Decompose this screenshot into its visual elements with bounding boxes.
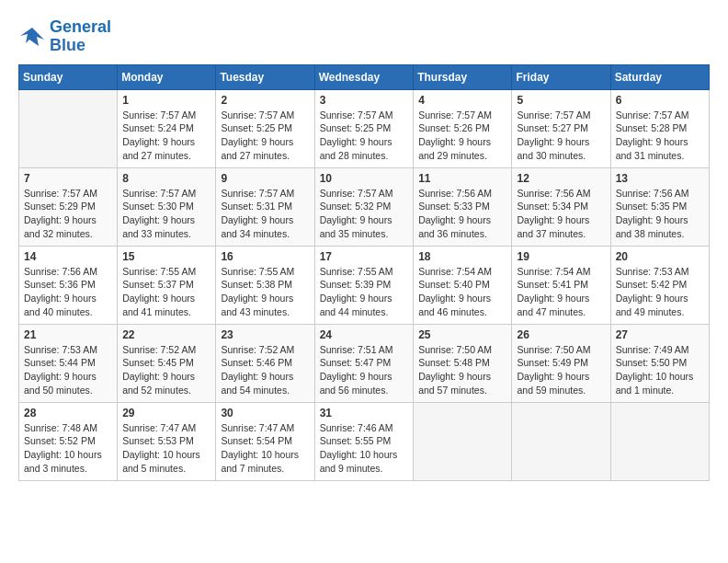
calendar-table: SundayMondayTuesdayWednesdayThursdayFrid… bbox=[18, 64, 710, 481]
calendar-day-cell bbox=[414, 402, 512, 480]
day-of-week-header: Monday bbox=[118, 64, 216, 89]
day-of-week-header: Sunday bbox=[19, 64, 118, 89]
calendar-day-cell: 23Sunrise: 7:52 AMSunset: 5:46 PMDayligh… bbox=[216, 324, 314, 402]
day-info: Sunrise: 7:53 AMSunset: 5:44 PMDaylight:… bbox=[24, 343, 112, 397]
calendar-day-cell: 25Sunrise: 7:50 AMSunset: 5:48 PMDayligh… bbox=[414, 324, 512, 402]
day-of-week-header: Wednesday bbox=[314, 64, 414, 89]
day-info: Sunrise: 7:56 AMSunset: 5:36 PMDaylight:… bbox=[24, 265, 112, 319]
day-number: 21 bbox=[24, 328, 112, 341]
day-number: 29 bbox=[122, 407, 210, 419]
day-info: Sunrise: 7:56 AMSunset: 5:33 PMDaylight:… bbox=[418, 187, 506, 241]
day-info: Sunrise: 7:52 AMSunset: 5:45 PMDaylight:… bbox=[122, 343, 210, 397]
calendar-day-cell: 22Sunrise: 7:52 AMSunset: 5:45 PMDayligh… bbox=[118, 324, 216, 402]
calendar-day-cell bbox=[512, 402, 610, 480]
calendar-day-cell bbox=[610, 402, 709, 480]
calendar-day-cell: 21Sunrise: 7:53 AMSunset: 5:44 PMDayligh… bbox=[19, 324, 118, 402]
day-number: 7 bbox=[24, 172, 112, 185]
calendar-day-cell: 9Sunrise: 7:57 AMSunset: 5:31 PMDaylight… bbox=[216, 167, 314, 246]
day-number: 30 bbox=[221, 407, 309, 419]
day-info: Sunrise: 7:55 AMSunset: 5:37 PMDaylight:… bbox=[122, 265, 210, 319]
calendar-day-cell: 31Sunrise: 7:46 AMSunset: 5:55 PMDayligh… bbox=[314, 402, 414, 480]
page-header: General Blue bbox=[18, 18, 710, 55]
calendar-day-cell: 2Sunrise: 7:57 AMSunset: 5:25 PMDaylight… bbox=[216, 89, 314, 167]
logo: General Blue bbox=[18, 18, 111, 55]
day-info: Sunrise: 7:46 AMSunset: 5:55 PMDaylight:… bbox=[320, 421, 409, 476]
day-number: 17 bbox=[320, 250, 409, 263]
calendar-day-cell: 16Sunrise: 7:55 AMSunset: 5:38 PMDayligh… bbox=[216, 246, 314, 324]
day-info: Sunrise: 7:52 AMSunset: 5:46 PMDaylight:… bbox=[221, 343, 309, 397]
day-info: Sunrise: 7:55 AMSunset: 5:38 PMDaylight:… bbox=[221, 265, 309, 319]
day-info: Sunrise: 7:55 AMSunset: 5:39 PMDaylight:… bbox=[320, 265, 409, 319]
day-number: 24 bbox=[320, 328, 409, 341]
day-info: Sunrise: 7:57 AMSunset: 5:31 PMDaylight:… bbox=[221, 187, 309, 241]
day-info: Sunrise: 7:47 AMSunset: 5:54 PMDaylight:… bbox=[221, 421, 309, 476]
calendar-week-row: 21Sunrise: 7:53 AMSunset: 5:44 PMDayligh… bbox=[19, 324, 710, 402]
calendar-day-cell: 30Sunrise: 7:47 AMSunset: 5:54 PMDayligh… bbox=[216, 402, 314, 480]
calendar-day-cell: 17Sunrise: 7:55 AMSunset: 5:39 PMDayligh… bbox=[314, 246, 414, 324]
day-info: Sunrise: 7:54 AMSunset: 5:40 PMDaylight:… bbox=[418, 265, 506, 319]
day-info: Sunrise: 7:50 AMSunset: 5:48 PMDaylight:… bbox=[418, 343, 506, 397]
calendar-day-cell: 13Sunrise: 7:56 AMSunset: 5:35 PMDayligh… bbox=[610, 167, 709, 246]
day-number: 12 bbox=[517, 172, 605, 185]
calendar-day-cell bbox=[19, 89, 118, 167]
calendar-day-cell: 12Sunrise: 7:56 AMSunset: 5:34 PMDayligh… bbox=[512, 167, 610, 246]
day-info: Sunrise: 7:57 AMSunset: 5:28 PMDaylight:… bbox=[616, 109, 704, 163]
day-number: 13 bbox=[616, 172, 704, 185]
day-number: 15 bbox=[122, 250, 210, 263]
day-number: 8 bbox=[122, 172, 210, 185]
day-number: 20 bbox=[616, 250, 704, 263]
day-info: Sunrise: 7:50 AMSunset: 5:49 PMDaylight:… bbox=[517, 343, 605, 397]
calendar-day-cell: 27Sunrise: 7:49 AMSunset: 5:50 PMDayligh… bbox=[610, 324, 709, 402]
day-number: 6 bbox=[616, 94, 704, 107]
calendar-header-row: SundayMondayTuesdayWednesdayThursdayFrid… bbox=[19, 64, 710, 89]
day-number: 16 bbox=[221, 250, 309, 263]
day-info: Sunrise: 7:56 AMSunset: 5:34 PMDaylight:… bbox=[517, 187, 605, 241]
day-info: Sunrise: 7:57 AMSunset: 5:25 PMDaylight:… bbox=[320, 109, 409, 163]
logo-text: General Blue bbox=[50, 18, 111, 55]
day-info: Sunrise: 7:53 AMSunset: 5:42 PMDaylight:… bbox=[616, 265, 704, 319]
day-number: 25 bbox=[418, 328, 506, 341]
day-number: 23 bbox=[221, 328, 309, 341]
day-info: Sunrise: 7:57 AMSunset: 5:26 PMDaylight:… bbox=[418, 109, 506, 163]
day-info: Sunrise: 7:51 AMSunset: 5:47 PMDaylight:… bbox=[320, 343, 409, 397]
day-info: Sunrise: 7:48 AMSunset: 5:52 PMDaylight:… bbox=[24, 421, 112, 476]
svg-marker-0 bbox=[20, 28, 44, 46]
day-of-week-header: Friday bbox=[512, 64, 610, 89]
calendar-day-cell: 15Sunrise: 7:55 AMSunset: 5:37 PMDayligh… bbox=[118, 246, 216, 324]
calendar-day-cell: 10Sunrise: 7:57 AMSunset: 5:32 PMDayligh… bbox=[314, 167, 414, 246]
day-number: 1 bbox=[122, 94, 210, 107]
day-number: 10 bbox=[320, 172, 409, 185]
day-info: Sunrise: 7:49 AMSunset: 5:50 PMDaylight:… bbox=[616, 343, 704, 397]
day-number: 26 bbox=[517, 328, 605, 341]
day-info: Sunrise: 7:57 AMSunset: 5:30 PMDaylight:… bbox=[122, 187, 210, 241]
calendar-week-row: 7Sunrise: 7:57 AMSunset: 5:29 PMDaylight… bbox=[19, 167, 710, 246]
calendar-day-cell: 20Sunrise: 7:53 AMSunset: 5:42 PMDayligh… bbox=[610, 246, 709, 324]
day-number: 3 bbox=[320, 94, 409, 107]
day-number: 9 bbox=[221, 172, 309, 185]
calendar-week-row: 14Sunrise: 7:56 AMSunset: 5:36 PMDayligh… bbox=[19, 246, 710, 324]
day-number: 18 bbox=[418, 250, 506, 263]
calendar-day-cell: 1Sunrise: 7:57 AMSunset: 5:24 PMDaylight… bbox=[118, 89, 216, 167]
calendar-day-cell: 5Sunrise: 7:57 AMSunset: 5:27 PMDaylight… bbox=[512, 89, 610, 167]
day-of-week-header: Tuesday bbox=[216, 64, 314, 89]
day-number: 28 bbox=[24, 407, 112, 419]
calendar-day-cell: 19Sunrise: 7:54 AMSunset: 5:41 PMDayligh… bbox=[512, 246, 610, 324]
calendar-day-cell: 6Sunrise: 7:57 AMSunset: 5:28 PMDaylight… bbox=[610, 89, 709, 167]
calendar-day-cell: 24Sunrise: 7:51 AMSunset: 5:47 PMDayligh… bbox=[314, 324, 414, 402]
day-info: Sunrise: 7:57 AMSunset: 5:27 PMDaylight:… bbox=[517, 109, 605, 163]
day-number: 5 bbox=[517, 94, 605, 107]
day-info: Sunrise: 7:56 AMSunset: 5:35 PMDaylight:… bbox=[616, 187, 704, 241]
calendar-day-cell: 11Sunrise: 7:56 AMSunset: 5:33 PMDayligh… bbox=[414, 167, 512, 246]
calendar-day-cell: 18Sunrise: 7:54 AMSunset: 5:40 PMDayligh… bbox=[414, 246, 512, 324]
day-info: Sunrise: 7:54 AMSunset: 5:41 PMDaylight:… bbox=[517, 265, 605, 319]
day-number: 19 bbox=[517, 250, 605, 263]
calendar-week-row: 28Sunrise: 7:48 AMSunset: 5:52 PMDayligh… bbox=[19, 402, 710, 480]
day-info: Sunrise: 7:57 AMSunset: 5:25 PMDaylight:… bbox=[221, 109, 309, 163]
day-number: 2 bbox=[221, 94, 309, 107]
day-info: Sunrise: 7:57 AMSunset: 5:29 PMDaylight:… bbox=[24, 187, 112, 241]
day-number: 27 bbox=[616, 328, 704, 341]
calendar-day-cell: 29Sunrise: 7:47 AMSunset: 5:53 PMDayligh… bbox=[118, 402, 216, 480]
day-number: 22 bbox=[122, 328, 210, 341]
calendar-day-cell: 28Sunrise: 7:48 AMSunset: 5:52 PMDayligh… bbox=[19, 402, 118, 480]
day-of-week-header: Saturday bbox=[610, 64, 709, 89]
